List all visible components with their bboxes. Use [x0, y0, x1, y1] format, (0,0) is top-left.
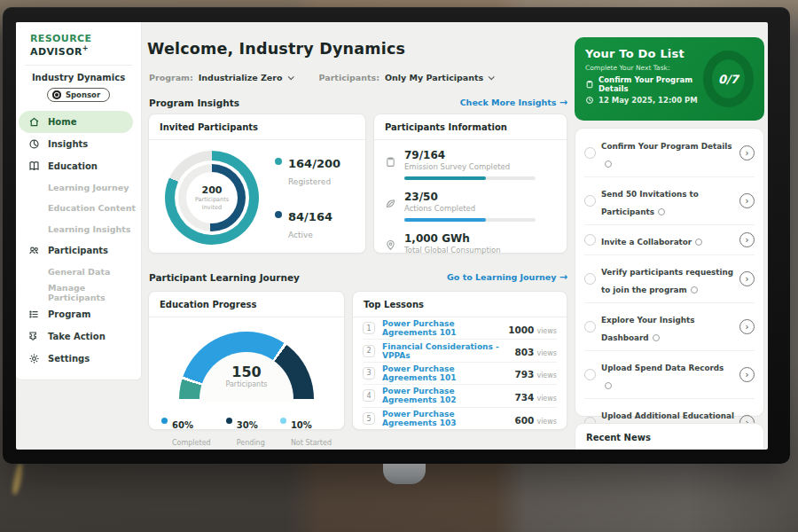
- sidebar-item-learning-journey[interactable]: Learning Journey: [16, 177, 141, 199]
- chevron-right-button[interactable]: ›: [739, 145, 755, 160]
- app-logo[interactable]: RESOURCE ADVISOR+: [16, 22, 141, 63]
- sidebar-item-take-action[interactable]: Take Action: [16, 325, 141, 348]
- sponsor-badge[interactable]: Sponsor: [47, 88, 110, 102]
- chevron-right-button[interactable]: ›: [739, 193, 755, 208]
- rank-badge: 1: [363, 322, 375, 334]
- lesson-link[interactable]: Power Purchase Agreements 103: [382, 410, 507, 427]
- stat-emission-survey: 79/164 Emission Survey Completed: [374, 140, 567, 182]
- donut-legend: 164/200 Registered 84/164 Active: [275, 154, 340, 241]
- checkbox-circle[interactable]: [584, 273, 596, 285]
- sidebar-item-settings[interactable]: Settings: [16, 348, 141, 370]
- rank-badge: 3: [363, 367, 375, 379]
- sidebar-item-learning-insights[interactable]: Learning Insights: [16, 219, 141, 240]
- lesson-link[interactable]: Financial Considerations - VPPAs: [382, 342, 507, 360]
- legend-dot-blue: [161, 418, 168, 424]
- legend-dot-navy: [226, 418, 232, 424]
- progress-bar: [404, 176, 536, 180]
- info-icon[interactable]: [605, 160, 612, 168]
- info-icon[interactable]: [653, 334, 660, 341]
- participants-dropdown[interactable]: Participants: Only My Participants: [319, 73, 494, 82]
- checkbox-circle[interactable]: [584, 234, 596, 246]
- lesson-row: 5 Power Purchase Agreements 103 600views: [363, 408, 557, 430]
- card-title: Education Progress: [149, 292, 344, 317]
- divider: [25, 65, 132, 66]
- program-insights-header: Program Insights Check More Insights →: [149, 97, 567, 108]
- todo-item[interactable]: Confirm Your Program Details ›: [584, 129, 755, 177]
- todo-item[interactable]: Verify participants requesting to join t…: [584, 255, 755, 303]
- sidebar-item-program[interactable]: Program: [16, 303, 141, 325]
- donut-center: 200 Participants Invited: [165, 151, 259, 245]
- todo-list-card: Confirm Your Program Details › Send 50 I…: [575, 128, 764, 417]
- todo-item[interactable]: Invite a Collaborator ›: [584, 225, 755, 255]
- dashboard-screen: RESOURCE ADVISOR+ Industry Dynamics Spon…: [16, 22, 768, 450]
- chevron-down-icon: [489, 74, 495, 80]
- todo-next-task[interactable]: Confirm Your Program Details: [585, 75, 703, 93]
- sidebar-item-education-content[interactable]: Education Content: [16, 198, 141, 219]
- lesson-row: 4 Power Purchase Agreements 102 734views: [363, 385, 557, 407]
- page-title: Welcome, Industry Dynamics: [147, 40, 405, 58]
- legend-not-started: 10% Not Started: [280, 415, 332, 449]
- info-icon[interactable]: [605, 382, 612, 389]
- go-to-learning-journey-link[interactable]: Go to Learning Journey →: [447, 271, 567, 283]
- chevron-right-button[interactable]: ›: [739, 367, 755, 382]
- legend-completed: 60% Completed: [161, 415, 211, 449]
- monitor-bezel: RESOURCE ADVISOR+ Industry Dynamics Spon…: [3, 7, 790, 464]
- todo-progress-ring: 0/7: [703, 51, 754, 107]
- sidebar-item-general-data[interactable]: General Data: [16, 262, 141, 283]
- card-title: Invited Participants: [149, 114, 365, 140]
- info-icon[interactable]: [691, 286, 698, 293]
- checkbox-circle[interactable]: [584, 147, 596, 159]
- sidebar-item-education[interactable]: Education: [16, 155, 141, 177]
- progress-bar: [404, 218, 536, 222]
- todo-progress-value: 0/7: [718, 73, 739, 86]
- lesson-link[interactable]: Power Purchase Agreements 102: [382, 387, 507, 404]
- stat-actions-completed: 23/50 Actions Completed: [374, 182, 567, 223]
- invited-donut-chart: 200 Participants Invited 164/200 Registe…: [149, 140, 365, 245]
- filters-bar: Program: Industrialize Zero Participants…: [149, 73, 493, 82]
- donut-chart: 200 Participants Invited: [165, 151, 259, 245]
- checkbox-circle[interactable]: [584, 369, 596, 380]
- home-icon: [28, 116, 40, 128]
- chevron-down-icon: [287, 74, 293, 80]
- chevron-right-button[interactable]: ›: [739, 232, 755, 247]
- todo-item[interactable]: Send 50 Invitations to Participants ›: [584, 177, 755, 225]
- legend-dot-teal: [275, 158, 282, 165]
- lesson-link[interactable]: Power Purchase Agreements 101: [382, 364, 507, 382]
- todo-due-date: 12 May 2025, 12:00 PM: [585, 96, 703, 105]
- participants-information-card: Participants Information 79/164 Emission…: [373, 113, 567, 254]
- chevron-right-button[interactable]: ›: [739, 319, 755, 334]
- todo-subtitle: Complete Your Next Task:: [585, 64, 703, 72]
- legend-dot-navy: [275, 211, 282, 218]
- sidebar-item-home[interactable]: Home: [19, 111, 133, 133]
- sidebar-item-participants[interactable]: Participants: [16, 239, 141, 262]
- checkbox-circle[interactable]: [584, 195, 596, 207]
- checkbox-circle[interactable]: [584, 321, 596, 332]
- todo-item[interactable]: Upload Spend Data Records ›: [584, 351, 755, 399]
- recent-news-title: Recent News: [586, 433, 651, 442]
- sidebar-item-manage-participants[interactable]: Manage Participants: [16, 283, 141, 304]
- todo-item[interactable]: Explore Your Insights Dashboard ›: [584, 303, 755, 351]
- lesson-row: 1 Power Purchase Agreements 101 1000view…: [363, 317, 557, 340]
- learning-journey-header: Participant Learning Journey Go to Learn…: [149, 271, 567, 283]
- program-dropdown[interactable]: Program: Industrialize Zero: [149, 73, 293, 82]
- rank-badge: 4: [363, 389, 375, 402]
- education-icon: [28, 160, 40, 172]
- card-title: Participants Information: [374, 114, 567, 140]
- education-progress-card: Education Progress 150 Participants 60% …: [148, 291, 345, 430]
- sponsor-label: Sponsor: [66, 90, 100, 99]
- info-icon[interactable]: [658, 208, 665, 215]
- lesson-row: 2 Financial Considerations - VPPAs 803vi…: [363, 340, 557, 362]
- section-title: Program Insights: [149, 98, 239, 108]
- rank-badge: 2: [363, 345, 375, 357]
- location-pin-icon: [385, 239, 396, 251]
- program-icon: [28, 309, 40, 320]
- section-title: Participant Learning Journey: [149, 272, 300, 283]
- check-more-insights-link[interactable]: Check More Insights →: [460, 97, 567, 108]
- lesson-link[interactable]: Power Purchase Agreements 101: [382, 319, 501, 337]
- todo-hero-card: Your To Do List Complete Your Next Task:…: [575, 37, 764, 121]
- sidebar-item-insights[interactable]: Insights: [16, 133, 141, 155]
- info-icon[interactable]: [695, 239, 702, 246]
- gauge-legend: 60% Completed 30% Pending 10% Not Starte…: [149, 403, 344, 449]
- chevron-right-button[interactable]: ›: [739, 271, 755, 286]
- arrow-right-icon: →: [559, 271, 567, 283]
